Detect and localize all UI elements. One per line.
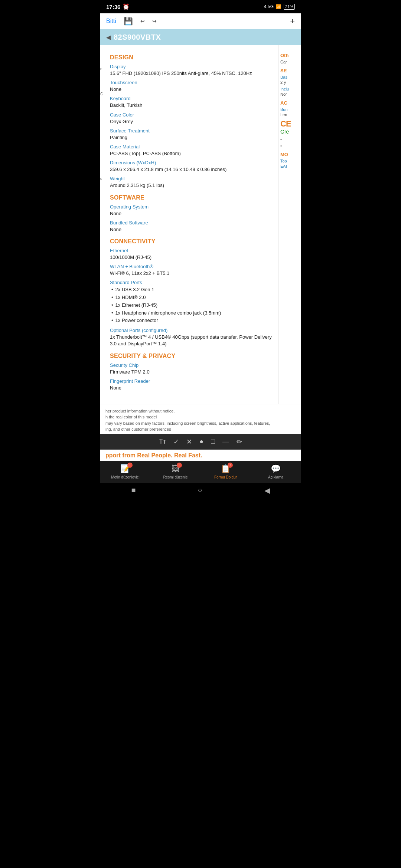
add-button[interactable]: + xyxy=(290,16,295,26)
security-chip-value: Firmware TPM 2.0 xyxy=(110,369,273,375)
list-item: 1x HDMI® 2.0 xyxy=(111,294,273,302)
clock-icon: ⏰ xyxy=(123,3,130,10)
os-value: None xyxy=(110,210,273,217)
undo-button[interactable]: ↩ xyxy=(140,18,145,24)
back-arrow-icon: ◀ xyxy=(106,34,111,41)
right-nor-value: Nor xyxy=(280,92,299,96)
comment-icon: 💬 xyxy=(271,464,281,474)
left-partial-strip: e C d xyxy=(100,45,105,404)
annotation-toolbar: Tт ✓ ✕ ● □ — ✏ xyxy=(100,434,301,450)
image-edit-badge: ! xyxy=(177,463,182,468)
home-button[interactable]: ○ xyxy=(198,486,202,494)
comment-label: Açıklama xyxy=(268,475,283,479)
recent-apps-button[interactable]: ■ xyxy=(131,486,136,494)
annotation-check-button[interactable]: ✓ xyxy=(173,438,179,446)
right-top-label: Top xyxy=(280,159,299,163)
nav-item-text-editor[interactable]: 📝 ! Metin düzenleyici xyxy=(100,464,150,479)
footer-line-2: h the real color of this model xyxy=(105,414,296,420)
form-fill-badge: ! xyxy=(228,463,233,468)
partial-support-text: pport from Real People. Real Fast. xyxy=(105,452,202,458)
keyboard-label: Keyboard xyxy=(110,96,273,101)
footer-line-3: may vary based on many factors, includin… xyxy=(105,420,296,427)
status-time: 17:36 ⏰ xyxy=(106,3,130,10)
spec-main-panel: DESIGN Display 15.6" FHD (1920x1080) IPS… xyxy=(105,45,278,404)
save-icon: 💾 xyxy=(124,17,133,26)
right-ce-title: CE xyxy=(280,119,299,129)
annotation-line-button[interactable]: — xyxy=(222,438,229,445)
footer-notes: her product information without notice. … xyxy=(100,404,301,434)
optional-ports-value: 1x Thunderbolt™ 4 / USB4® 40Gbps (suppor… xyxy=(110,334,273,347)
save-button[interactable]: 💾 xyxy=(124,17,133,26)
right-se-title: SE xyxy=(280,68,299,73)
dimensions-value: 359.6 x 266.4 x 21.8 mm (14.16 x 10.49 x… xyxy=(110,166,273,173)
security-chip-label: Security Chip xyxy=(110,362,273,368)
display-label: Display xyxy=(110,64,273,69)
right-gre-label: Gre xyxy=(280,129,299,135)
system-navigation: ■ ○ ◀ xyxy=(100,483,301,499)
nav-icon-comment-wrap: 💬 xyxy=(271,464,281,474)
battery-indicator: 21% xyxy=(284,4,295,10)
annotation-text-button[interactable]: Tт xyxy=(159,438,166,445)
undo-icon: ↩ xyxy=(140,18,145,24)
surface-treatment-label: Surface Treatment xyxy=(110,128,273,134)
nav-item-form-fill[interactable]: 📋 ! Formu Doldur xyxy=(200,464,251,479)
redo-icon: ↪ xyxy=(152,18,157,24)
draw-icon: ✏ xyxy=(237,438,242,446)
list-item: 2x USB 3.2 Gen 1 xyxy=(111,286,273,294)
fingerprint-reader-label: Fingerprint Reader xyxy=(110,378,273,384)
support-section: pport from Real People. Real Fast. xyxy=(100,450,301,461)
image-edit-label: Resmi düzenle xyxy=(163,475,188,479)
annotation-cross-button[interactable]: ✕ xyxy=(186,438,192,446)
dimensions-label: Dimensions (WxDxH) xyxy=(110,160,273,165)
case-material-label: Case Material xyxy=(110,144,273,149)
circle-icon: ● xyxy=(199,438,203,445)
case-material-value: PC-ABS (Top), PC-ABS (Bottom) xyxy=(110,150,273,157)
annotation-circle-button[interactable]: ● xyxy=(199,438,203,445)
nav-icon-image-edit-wrap: 🖼 ! xyxy=(172,464,180,474)
weight-label: Weight xyxy=(110,176,273,181)
document-title: 82S900VBTX xyxy=(114,33,161,42)
security-section-title: SECURITY & PRIVACY xyxy=(110,353,273,359)
form-fill-label: Formu Doldur xyxy=(214,475,237,479)
touchscreen-value: None xyxy=(110,86,273,93)
right-ce-dot2: • xyxy=(280,144,299,148)
list-item: 1x Headphone / microphone combo jack (3.… xyxy=(111,309,273,317)
fingerprint-reader-value: None xyxy=(110,385,273,391)
nav-item-image-edit[interactable]: 🖼 ! Resmi düzenle xyxy=(150,464,200,479)
footer-line-4: ing, and other customer preferences xyxy=(105,426,296,433)
nav-icon-form-fill-wrap: 📋 ! xyxy=(221,464,231,474)
footer-line-1: her product information without notice. xyxy=(105,408,296,414)
right-bun-label: Bun xyxy=(280,107,299,112)
right-eai-label: EAI xyxy=(280,164,299,168)
design-section-title: DESIGN xyxy=(110,54,273,61)
cross-icon: ✕ xyxy=(186,438,192,446)
annotation-draw-button[interactable]: ✏ xyxy=(237,438,242,446)
status-bar: 17:36 ⏰ 4.5G 📶 21% xyxy=(100,0,301,13)
back-button[interactable]: ◀ xyxy=(264,486,270,495)
touchscreen-label: Touchscreen xyxy=(110,80,273,85)
bundled-software-label: Bundled Software xyxy=(110,220,273,226)
network-indicator: 4.5G xyxy=(264,4,274,9)
text-editor-badge: ! xyxy=(127,463,133,468)
text-format-icon: Tт xyxy=(159,438,166,445)
nav-item-comment[interactable]: 💬 Açıklama xyxy=(251,464,301,479)
bundled-software-value: None xyxy=(110,226,273,233)
partial-text-1: e xyxy=(100,64,105,74)
support-text: pport from Real People. Real Fast. xyxy=(105,452,296,459)
right-bas-label: Bas xyxy=(280,75,299,79)
check-icon: ✓ xyxy=(173,438,179,446)
standard-ports-label: Standard Ports xyxy=(110,280,273,285)
annotation-square-button[interactable]: □ xyxy=(211,438,215,445)
ethernet-value: 100/1000M (RJ-45) xyxy=(110,254,273,261)
display-value: 15.6" FHD (1920x1080) IPS 250nits Anti-g… xyxy=(110,70,273,77)
redo-button[interactable]: ↪ xyxy=(152,18,157,24)
wlan-label: WLAN + Bluetooth® xyxy=(110,264,273,269)
main-toolbar: Bitti 💾 ↩ ↪ + xyxy=(100,13,301,29)
nav-icon-text-editor-wrap: 📝 ! xyxy=(120,464,130,474)
keyboard-value: Backlit, Turkish xyxy=(110,102,273,109)
right-other-title: Oth xyxy=(280,53,299,58)
done-button[interactable]: Bitti xyxy=(106,18,116,24)
square-icon: □ xyxy=(211,438,215,445)
right-2y-value: 2-y xyxy=(280,80,299,85)
case-color-label: Case Color xyxy=(110,112,273,118)
